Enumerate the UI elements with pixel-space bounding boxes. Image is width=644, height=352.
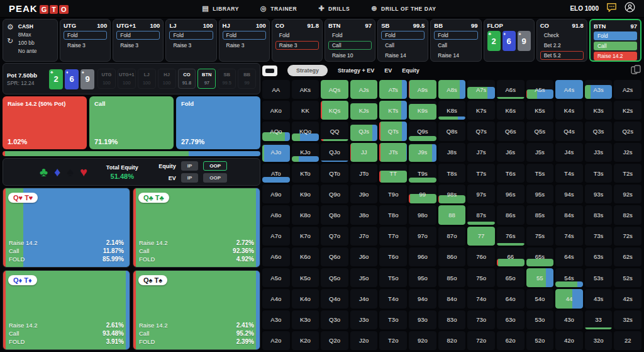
matrix-cell-54s[interactable]: 54s	[555, 268, 583, 287]
matrix-cell-94s[interactable]: 94s	[555, 185, 583, 203]
diamond-icon[interactable]: ♦	[54, 165, 60, 179]
action-fold[interactable]: Fold	[434, 31, 477, 40]
mini-position-utg[interactable]: UTG100	[97, 69, 116, 89]
matrix-cell-75o[interactable]: 75o	[467, 268, 495, 287]
matrix-cell-65o[interactable]: 65o	[497, 268, 525, 287]
matrix-cell-J6s[interactable]: J6s	[497, 143, 525, 162]
matrix-cell-KTo[interactable]: KTo	[292, 164, 319, 183]
matrix-cell-85s[interactable]: 85s	[526, 205, 554, 224]
matrix-cell-QJo[interactable]: QJo	[321, 143, 348, 162]
matrix-cell-K9o[interactable]: K9o	[292, 185, 319, 203]
matrix-cell-KQo[interactable]: KQo	[292, 122, 319, 140]
matrix-cell-72s[interactable]: 72s	[614, 227, 641, 246]
action-raise-3[interactable]: Raise 3	[169, 41, 213, 50]
ip-button-equity[interactable]: IP	[181, 161, 199, 171]
matrix-cell-J9o[interactable]: J9o	[350, 185, 378, 203]
matrix-cell-A9s[interactable]: A9s	[409, 80, 436, 99]
matrix-cell-T4o[interactable]: T4o	[379, 289, 407, 308]
chat-icon[interactable]	[606, 3, 617, 14]
matrix-cell-52s[interactable]: 52s	[614, 268, 641, 287]
matrix-cell-Q2o[interactable]: Q2o	[321, 331, 348, 350]
mini-position-hj[interactable]: HJ100	[158, 69, 176, 89]
matrix-cell-K8s[interactable]: K8s	[438, 101, 466, 120]
matrix-cell-Q9o[interactable]: Q9o	[321, 185, 348, 203]
matrix-cell-Q3o[interactable]: Q3o	[321, 310, 348, 329]
matrix-cell-A9o[interactable]: A9o	[262, 185, 290, 203]
matrix-cell-J3o[interactable]: J3o	[350, 310, 378, 329]
nav-drill-of-the-day[interactable]: ⊕DRILL OF THE DAY	[371, 4, 436, 13]
matrix-cell-QJs[interactable]: QJs	[350, 122, 378, 140]
mini-position-btn[interactable]: BTN97	[197, 69, 216, 89]
action-bet-2-2[interactable]: Bet 2.2	[540, 41, 584, 50]
matrix-cell-KTs[interactable]: KTs	[379, 101, 407, 120]
matrix-cell-K7s[interactable]: K7s	[467, 101, 495, 120]
mini-position-bb[interactable]: BB99	[238, 69, 256, 89]
strategy-button-fold[interactable]: Fold27.79%	[176, 96, 260, 149]
action-raise-3[interactable]: Raise 3	[64, 41, 107, 50]
range-toggle-icon[interactable]	[262, 65, 277, 76]
matrix-cell-T6o[interactable]: T6o	[379, 247, 407, 266]
matrix-cell-43o[interactable]: 43o	[555, 310, 583, 329]
matrix-cell-J8s[interactable]: J8s	[438, 143, 466, 162]
matrix-cell-44[interactable]: 44	[555, 289, 583, 308]
matrix-cell-K7o[interactable]: K7o	[292, 227, 319, 246]
tab-ev[interactable]: EV	[384, 67, 392, 74]
action-fold[interactable]: Fold	[116, 31, 160, 40]
heart-icon[interactable]: ♥	[80, 165, 87, 179]
matrix-cell-87o[interactable]: 87o	[438, 227, 466, 246]
matrix-cell-42o[interactable]: 42o	[555, 331, 583, 350]
matrix-cell-J5s[interactable]: J5s	[526, 143, 554, 162]
matrix-cell-J2s[interactable]: J2s	[614, 143, 641, 162]
matrix-cell-T5o[interactable]: T5o	[379, 268, 407, 287]
matrix-cell-T2s[interactable]: T2s	[614, 164, 641, 183]
matrix-cell-KJs[interactable]: KJs	[350, 101, 378, 120]
matrix-cell-98o[interactable]: 98o	[409, 205, 436, 224]
tab-strategy-ev[interactable]: Strategy + EV	[338, 67, 374, 74]
matrix-cell-ATs[interactable]: ATs	[379, 80, 407, 99]
matrix-cell-K6o[interactable]: K6o	[292, 247, 319, 266]
matrix-cell-Q6o[interactable]: Q6o	[321, 247, 348, 266]
matrix-cell-J4s[interactable]: J4s	[555, 143, 583, 162]
matrix-cell-T5s[interactable]: T5s	[526, 164, 554, 183]
app-logo[interactable]: PEAK GTO	[9, 3, 69, 14]
matrix-cell-AJs[interactable]: AJs	[350, 80, 378, 99]
matrix-cell-88[interactable]: 88	[438, 205, 466, 224]
action-bet-5-2[interactable]: Bet 5.2	[540, 51, 584, 60]
action-raise-3[interactable]: Raise 3	[223, 41, 266, 50]
action-raise-10[interactable]: Raise 10	[328, 51, 372, 60]
matrix-cell-AQs[interactable]: AQs	[321, 80, 348, 99]
matrix-cell-AKo[interactable]: AKo	[262, 101, 290, 120]
matrix-cell-K3s[interactable]: K3s	[585, 101, 613, 120]
matrix-cell-JJ[interactable]: JJ	[350, 143, 378, 162]
matrix-cell-AA[interactable]: AA	[262, 80, 290, 99]
matrix-cell-74s[interactable]: 74s	[555, 227, 583, 246]
ip-button-ev[interactable]: IP	[181, 173, 199, 183]
matrix-cell-A6s[interactable]: A6s	[497, 80, 525, 99]
action-call[interactable]: Call	[594, 42, 637, 50]
matrix-cell-52o[interactable]: 52o	[526, 331, 554, 350]
matrix-cell-QTo[interactable]: QTo	[321, 164, 348, 183]
matrix-cell-A5s[interactable]: A5s	[526, 80, 554, 99]
matrix-cell-A2s[interactable]: A2s	[614, 80, 641, 99]
oop-button-ev[interactable]: OOP	[203, 173, 227, 183]
matrix-cell-63o[interactable]: 63o	[497, 310, 525, 329]
matrix-cell-Q6s[interactable]: Q6s	[497, 122, 525, 140]
matrix-cell-A3s[interactable]: A3s	[585, 80, 613, 99]
action-call[interactable]: Call	[434, 41, 477, 50]
matrix-cell-84s[interactable]: 84s	[555, 205, 583, 224]
matrix-cell-55[interactable]: 55	[526, 268, 554, 287]
club-icon[interactable]: ♣	[40, 165, 48, 179]
matrix-cell-K4o[interactable]: K4o	[292, 289, 319, 308]
matrix-cell-54o[interactable]: 54o	[526, 289, 554, 308]
matrix-cell-96o[interactable]: 96o	[409, 247, 436, 266]
action-raise-14[interactable]: Raise 14	[381, 51, 425, 60]
matrix-cell-T7s[interactable]: T7s	[467, 164, 495, 183]
matrix-cell-QQ[interactable]: QQ	[321, 122, 348, 140]
matrix-cell-A3o[interactable]: A3o	[262, 310, 290, 329]
matrix-cell-93s[interactable]: 93s	[585, 185, 613, 203]
matrix-cell-87s[interactable]: 87s	[467, 205, 495, 224]
matrix-cell-J8o[interactable]: J8o	[350, 205, 378, 224]
action-raise-3[interactable]: Raise 3	[116, 41, 160, 50]
matrix-cell-73s[interactable]: 73s	[585, 227, 613, 246]
matrix-cell-76s[interactable]: 76s	[497, 227, 525, 246]
